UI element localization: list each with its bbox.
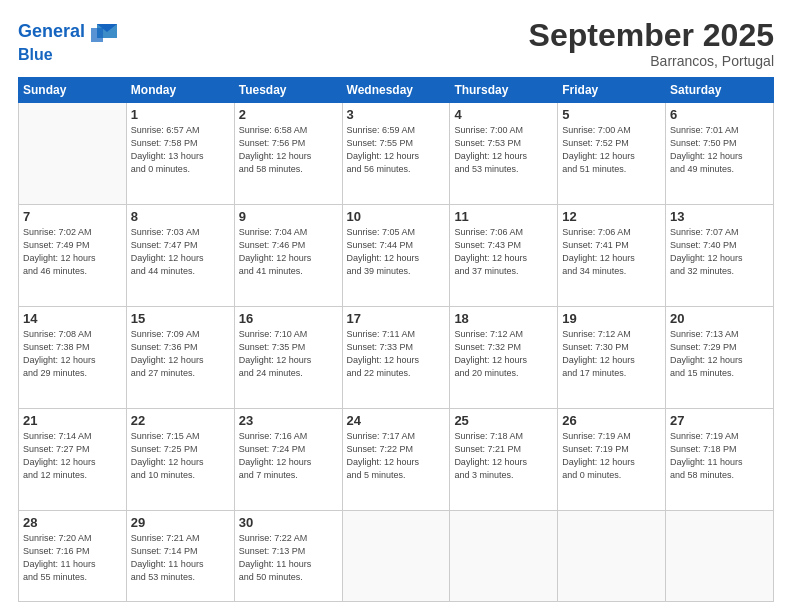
day-number: 19	[562, 311, 661, 326]
header: General Blue September 2025 Barrancos, P…	[18, 18, 774, 69]
day-number: 4	[454, 107, 553, 122]
day-number: 1	[131, 107, 230, 122]
day-info: Sunrise: 7:19 AMSunset: 7:19 PMDaylight:…	[562, 430, 661, 482]
day-number: 5	[562, 107, 661, 122]
table-row	[342, 511, 450, 602]
logo-text: General	[18, 22, 85, 42]
table-row: 28Sunrise: 7:20 AMSunset: 7:16 PMDayligh…	[19, 511, 127, 602]
day-number: 16	[239, 311, 338, 326]
day-number: 18	[454, 311, 553, 326]
day-number: 6	[670, 107, 769, 122]
day-number: 21	[23, 413, 122, 428]
day-info: Sunrise: 6:59 AMSunset: 7:55 PMDaylight:…	[347, 124, 446, 176]
day-number: 20	[670, 311, 769, 326]
table-row: 3Sunrise: 6:59 AMSunset: 7:55 PMDaylight…	[342, 103, 450, 205]
page: General Blue September 2025 Barrancos, P…	[0, 0, 792, 612]
col-sunday: Sunday	[19, 78, 127, 103]
day-info: Sunrise: 7:09 AMSunset: 7:36 PMDaylight:…	[131, 328, 230, 380]
table-row: 19Sunrise: 7:12 AMSunset: 7:30 PMDayligh…	[558, 307, 666, 409]
day-info: Sunrise: 7:02 AMSunset: 7:49 PMDaylight:…	[23, 226, 122, 278]
day-number: 25	[454, 413, 553, 428]
day-number: 28	[23, 515, 122, 530]
day-number: 2	[239, 107, 338, 122]
table-row: 22Sunrise: 7:15 AMSunset: 7:25 PMDayligh…	[126, 409, 234, 511]
table-row: 10Sunrise: 7:05 AMSunset: 7:44 PMDayligh…	[342, 205, 450, 307]
table-row	[19, 103, 127, 205]
col-saturday: Saturday	[666, 78, 774, 103]
day-info: Sunrise: 7:08 AMSunset: 7:38 PMDaylight:…	[23, 328, 122, 380]
table-row: 21Sunrise: 7:14 AMSunset: 7:27 PMDayligh…	[19, 409, 127, 511]
day-info: Sunrise: 7:12 AMSunset: 7:30 PMDaylight:…	[562, 328, 661, 380]
table-row: 15Sunrise: 7:09 AMSunset: 7:36 PMDayligh…	[126, 307, 234, 409]
table-row: 13Sunrise: 7:07 AMSunset: 7:40 PMDayligh…	[666, 205, 774, 307]
calendar-table: Sunday Monday Tuesday Wednesday Thursday…	[18, 77, 774, 602]
day-info: Sunrise: 7:13 AMSunset: 7:29 PMDaylight:…	[670, 328, 769, 380]
table-row: 26Sunrise: 7:19 AMSunset: 7:19 PMDayligh…	[558, 409, 666, 511]
day-info: Sunrise: 7:05 AMSunset: 7:44 PMDaylight:…	[347, 226, 446, 278]
day-number: 9	[239, 209, 338, 224]
col-friday: Friday	[558, 78, 666, 103]
table-row: 6Sunrise: 7:01 AMSunset: 7:50 PMDaylight…	[666, 103, 774, 205]
day-info: Sunrise: 7:00 AMSunset: 7:52 PMDaylight:…	[562, 124, 661, 176]
table-row: 30Sunrise: 7:22 AMSunset: 7:13 PMDayligh…	[234, 511, 342, 602]
day-number: 17	[347, 311, 446, 326]
day-number: 14	[23, 311, 122, 326]
day-info: Sunrise: 7:19 AMSunset: 7:18 PMDaylight:…	[670, 430, 769, 482]
logo-blue: Blue	[18, 46, 119, 64]
day-info: Sunrise: 7:14 AMSunset: 7:27 PMDaylight:…	[23, 430, 122, 482]
day-number: 7	[23, 209, 122, 224]
table-row: 9Sunrise: 7:04 AMSunset: 7:46 PMDaylight…	[234, 205, 342, 307]
day-info: Sunrise: 7:00 AMSunset: 7:53 PMDaylight:…	[454, 124, 553, 176]
table-row: 4Sunrise: 7:00 AMSunset: 7:53 PMDaylight…	[450, 103, 558, 205]
table-row: 17Sunrise: 7:11 AMSunset: 7:33 PMDayligh…	[342, 307, 450, 409]
day-number: 10	[347, 209, 446, 224]
location: Barrancos, Portugal	[529, 53, 774, 69]
table-row: 5Sunrise: 7:00 AMSunset: 7:52 PMDaylight…	[558, 103, 666, 205]
day-info: Sunrise: 7:11 AMSunset: 7:33 PMDaylight:…	[347, 328, 446, 380]
table-row: 14Sunrise: 7:08 AMSunset: 7:38 PMDayligh…	[19, 307, 127, 409]
table-row: 16Sunrise: 7:10 AMSunset: 7:35 PMDayligh…	[234, 307, 342, 409]
day-info: Sunrise: 7:06 AMSunset: 7:43 PMDaylight:…	[454, 226, 553, 278]
day-number: 24	[347, 413, 446, 428]
table-row	[450, 511, 558, 602]
col-thursday: Thursday	[450, 78, 558, 103]
day-number: 29	[131, 515, 230, 530]
day-number: 13	[670, 209, 769, 224]
table-row	[666, 511, 774, 602]
day-info: Sunrise: 7:15 AMSunset: 7:25 PMDaylight:…	[131, 430, 230, 482]
calendar-header-row: Sunday Monday Tuesday Wednesday Thursday…	[19, 78, 774, 103]
day-info: Sunrise: 7:03 AMSunset: 7:47 PMDaylight:…	[131, 226, 230, 278]
table-row: 23Sunrise: 7:16 AMSunset: 7:24 PMDayligh…	[234, 409, 342, 511]
day-info: Sunrise: 7:17 AMSunset: 7:22 PMDaylight:…	[347, 430, 446, 482]
day-info: Sunrise: 7:18 AMSunset: 7:21 PMDaylight:…	[454, 430, 553, 482]
table-row: 25Sunrise: 7:18 AMSunset: 7:21 PMDayligh…	[450, 409, 558, 511]
table-row: 11Sunrise: 7:06 AMSunset: 7:43 PMDayligh…	[450, 205, 558, 307]
table-row	[558, 511, 666, 602]
day-info: Sunrise: 6:58 AMSunset: 7:56 PMDaylight:…	[239, 124, 338, 176]
table-row: 8Sunrise: 7:03 AMSunset: 7:47 PMDaylight…	[126, 205, 234, 307]
day-number: 8	[131, 209, 230, 224]
table-row: 18Sunrise: 7:12 AMSunset: 7:32 PMDayligh…	[450, 307, 558, 409]
day-number: 15	[131, 311, 230, 326]
month-title: September 2025	[529, 18, 774, 53]
day-number: 30	[239, 515, 338, 530]
table-row: 2Sunrise: 6:58 AMSunset: 7:56 PMDaylight…	[234, 103, 342, 205]
day-info: Sunrise: 7:22 AMSunset: 7:13 PMDaylight:…	[239, 532, 338, 584]
col-wednesday: Wednesday	[342, 78, 450, 103]
day-number: 23	[239, 413, 338, 428]
col-tuesday: Tuesday	[234, 78, 342, 103]
day-number: 12	[562, 209, 661, 224]
day-info: Sunrise: 6:57 AMSunset: 7:58 PMDaylight:…	[131, 124, 230, 176]
day-number: 3	[347, 107, 446, 122]
table-row: 24Sunrise: 7:17 AMSunset: 7:22 PMDayligh…	[342, 409, 450, 511]
day-info: Sunrise: 7:16 AMSunset: 7:24 PMDaylight:…	[239, 430, 338, 482]
day-number: 27	[670, 413, 769, 428]
day-info: Sunrise: 7:06 AMSunset: 7:41 PMDaylight:…	[562, 226, 661, 278]
table-row: 29Sunrise: 7:21 AMSunset: 7:14 PMDayligh…	[126, 511, 234, 602]
day-info: Sunrise: 7:07 AMSunset: 7:40 PMDaylight:…	[670, 226, 769, 278]
table-row: 1Sunrise: 6:57 AMSunset: 7:58 PMDaylight…	[126, 103, 234, 205]
day-info: Sunrise: 7:10 AMSunset: 7:35 PMDaylight:…	[239, 328, 338, 380]
day-info: Sunrise: 7:12 AMSunset: 7:32 PMDaylight:…	[454, 328, 553, 380]
table-row: 27Sunrise: 7:19 AMSunset: 7:18 PMDayligh…	[666, 409, 774, 511]
col-monday: Monday	[126, 78, 234, 103]
